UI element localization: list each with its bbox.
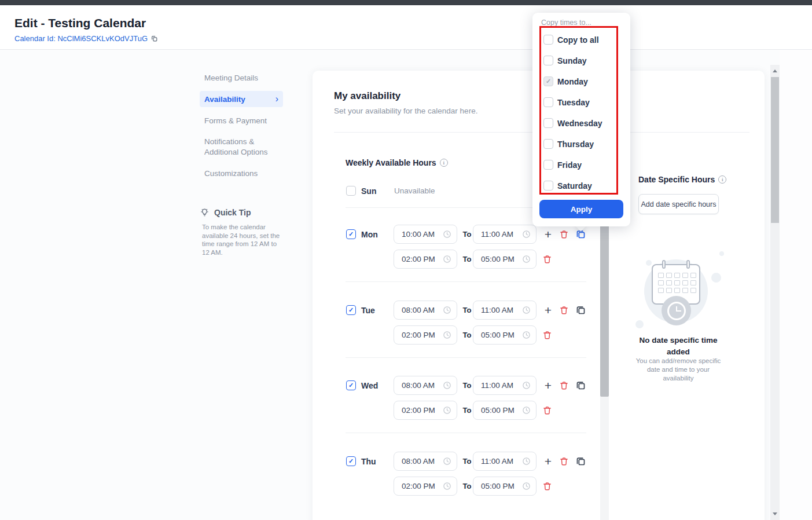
- day-checkbox-tue[interactable]: [346, 305, 356, 315]
- time-input-end-thu-1[interactable]: 11:00 AM: [473, 452, 537, 471]
- time-input-end-tue-2[interactable]: 05:00 PM: [473, 325, 537, 345]
- copy-option-checkbox-tuesday[interactable]: [543, 97, 553, 107]
- day-checkbox-wed[interactable]: [346, 380, 356, 390]
- page-title: Edit - Testing Calendar: [14, 16, 146, 30]
- add-slot-button-wed[interactable]: +: [543, 379, 553, 392]
- time-input-start-thu-2[interactable]: 02:00 PM: [394, 477, 457, 496]
- day-checkbox-sun[interactable]: [346, 186, 356, 196]
- time-value: 10:00 AM: [402, 230, 435, 239]
- copy-id-icon[interactable]: [150, 35, 158, 42]
- copy-option-checkbox-copy-to-all[interactable]: [543, 35, 553, 45]
- delete-slot-button-wed-1[interactable]: [559, 380, 569, 391]
- time-input-start-thu-1[interactable]: 08:00 AM: [394, 452, 457, 471]
- day-label-sun: Sun: [361, 186, 376, 196]
- copy-option-checkbox-friday[interactable]: [543, 160, 553, 170]
- to-label: To: [461, 381, 473, 390]
- time-value: 08:00 AM: [402, 381, 435, 390]
- popup-title: Copy times to...: [541, 19, 591, 27]
- copy-option-label-copy-to-all: Copy to all: [557, 35, 599, 45]
- time-input-end-mon-2[interactable]: 05:00 PM: [473, 250, 537, 269]
- time-value: 05:00 PM: [481, 255, 515, 263]
- add-slot-button-tue[interactable]: +: [543, 304, 553, 317]
- day-checkbox-mon[interactable]: [346, 229, 356, 239]
- time-input-end-wed-2[interactable]: 05:00 PM: [473, 401, 537, 420]
- date-specific-label: Date Specific Hours: [638, 175, 715, 184]
- decor-dot: [646, 260, 652, 266]
- delete-slot-button-mon-2[interactable]: [542, 254, 552, 265]
- time-input-end-thu-2[interactable]: 05:00 PM: [473, 477, 537, 496]
- time-input-start-tue-1[interactable]: 08:00 AM: [394, 301, 457, 320]
- time-input-end-mon-1[interactable]: 11:00 AM: [473, 225, 537, 244]
- browser-top-strip: [0, 0, 812, 5]
- clock-icon: [522, 331, 531, 339]
- copy-times-button-tue[interactable]: [576, 305, 586, 315]
- sidebar-item-label: Forms & Payment: [204, 116, 267, 125]
- time-value: 11:00 AM: [481, 230, 513, 239]
- scrollbar-up-arrow[interactable]: [773, 69, 777, 72]
- divider: [346, 433, 586, 433]
- decor-dot: [711, 273, 721, 283]
- page-scrollbar-thumb[interactable]: [771, 77, 779, 223]
- sidebar-item-label: Availability: [204, 95, 245, 104]
- delete-slot-button-wed-2[interactable]: [542, 405, 552, 416]
- time-value: 11:00 AM: [481, 381, 513, 390]
- sidebar-item-notifications-additional-options[interactable]: Notifications & Additional Options: [200, 134, 283, 160]
- copy-times-button-thu[interactable]: [576, 456, 586, 466]
- copy-option-checkbox-saturday[interactable]: [543, 181, 553, 191]
- sidebar-item-availability[interactable]: Availability›: [200, 91, 283, 107]
- divider: [346, 281, 586, 282]
- add-date-specific-button[interactable]: Add date specific hours: [638, 194, 719, 214]
- section-subheading: Set your availability for the calendar h…: [334, 107, 477, 115]
- time-input-start-tue-2[interactable]: 02:00 PM: [394, 325, 457, 345]
- copy-times-button-wed[interactable]: [576, 380, 586, 390]
- time-input-start-wed-2[interactable]: 02:00 PM: [394, 401, 457, 420]
- time-value: 08:00 AM: [402, 306, 435, 314]
- clock-icon: [443, 457, 451, 466]
- delete-slot-button-tue-1[interactable]: [559, 305, 569, 316]
- time-value: 05:00 PM: [481, 406, 515, 415]
- inner-scrollbar-thumb[interactable]: [600, 222, 609, 397]
- time-value: 02:00 PM: [402, 255, 435, 263]
- delete-slot-button-thu-1[interactable]: [559, 456, 569, 467]
- calendar-id-text: Calendar Id: NcClMi6SCKLvKOdVJTuG: [14, 34, 148, 43]
- day-checkbox-thu[interactable]: [346, 456, 356, 466]
- copy-option-checkbox-monday: [543, 76, 553, 86]
- time-value: 08:00 AM: [402, 457, 435, 466]
- copy-option-checkbox-wednesday[interactable]: [543, 118, 553, 128]
- copy-option-checkbox-sunday[interactable]: [543, 56, 553, 65]
- sidebar-item-customizations[interactable]: Customizations: [200, 165, 283, 181]
- time-input-start-mon-2[interactable]: 02:00 PM: [394, 250, 457, 269]
- delete-slot-button-tue-2[interactable]: [542, 329, 552, 340]
- quick-tip-title: Quick Tip: [214, 208, 251, 217]
- clock-icon: [522, 255, 531, 263]
- info-icon[interactable]: i: [718, 175, 726, 184]
- copy-option-checkbox-thursday[interactable]: [543, 139, 553, 149]
- day-label-thu: Thu: [361, 457, 376, 466]
- copy-option-label-sunday: Sunday: [557, 56, 587, 65]
- scrollbar-down-arrow[interactable]: [773, 512, 777, 515]
- time-input-end-wed-1[interactable]: 11:00 AM: [473, 376, 537, 395]
- section-heading: My availability: [334, 90, 401, 102]
- copy-option-label-thursday: Thursday: [557, 140, 594, 149]
- calendar-id-link[interactable]: Calendar Id: NcClMi6SCKLvKOdVJTuG: [14, 34, 158, 43]
- delete-slot-button-thu-2[interactable]: [542, 481, 552, 492]
- info-icon[interactable]: i: [440, 159, 448, 167]
- to-label: To: [461, 406, 473, 415]
- empty-state-body: You can add/remove specific date and tim…: [633, 357, 723, 383]
- time-input-end-tue-1[interactable]: 11:00 AM: [473, 301, 537, 320]
- to-label: To: [461, 230, 473, 239]
- add-slot-button-mon[interactable]: +: [543, 228, 553, 241]
- sidebar-item-meeting-details[interactable]: Meeting Details: [200, 69, 283, 86]
- unavailable-label-sun: Unavailable: [394, 186, 435, 195]
- delete-slot-button-mon-1[interactable]: [559, 229, 569, 240]
- copy-option-label-friday: Friday: [557, 160, 582, 170]
- time-input-start-wed-1[interactable]: 08:00 AM: [394, 376, 457, 395]
- time-value: 05:00 PM: [481, 331, 515, 339]
- add-slot-button-thu[interactable]: +: [543, 455, 553, 468]
- apply-button[interactable]: Apply: [539, 200, 623, 218]
- clock-icon: [522, 406, 531, 415]
- sidebar-item-forms-payment[interactable]: Forms & Payment: [200, 112, 283, 129]
- time-input-start-mon-1[interactable]: 10:00 AM: [394, 225, 457, 244]
- time-value: 11:00 AM: [481, 457, 513, 466]
- weekly-hours-title: Weekly Available Hours i: [346, 158, 448, 167]
